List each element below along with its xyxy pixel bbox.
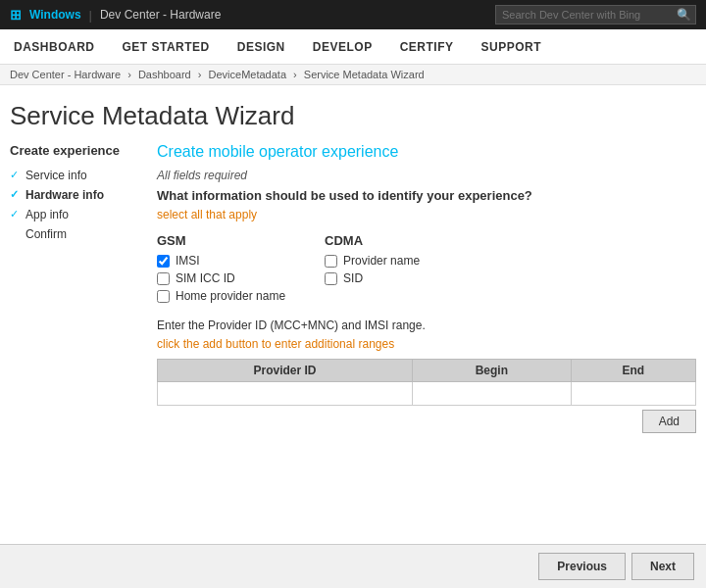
- sidebar-item-confirm[interactable]: Confirm: [10, 224, 137, 244]
- check-icon-3: ✓: [10, 208, 19, 220]
- breadcrumb-item-4: Service Metadata Wizard: [304, 69, 425, 80]
- sidebar-title: Create experience: [10, 143, 137, 158]
- imsi-checkbox[interactable]: [157, 255, 170, 268]
- col-header-end: End: [571, 360, 695, 382]
- identifiers-row: GSM IMSI SIM ICC ID Home provider name C…: [157, 233, 696, 307]
- sim-icc-id-checkbox-row[interactable]: SIM ICC ID: [157, 271, 285, 285]
- cell-begin: [413, 382, 572, 406]
- search-input[interactable]: [496, 9, 673, 21]
- imsi-label: IMSI: [176, 254, 200, 268]
- provider-desc: Enter the Provider ID (MCC+MNC) and IMSI…: [157, 318, 696, 332]
- main-content: Create experience ✓ Service info ✓ Hardw…: [0, 143, 706, 433]
- nav-bar: DASHBOARD GET STARTED DESIGN DEVELOP CER…: [0, 29, 706, 65]
- all-fields-label: All fields required: [157, 169, 696, 182]
- sidebar-item-service-info[interactable]: ✓ Service info: [10, 166, 137, 185]
- gsm-column: GSM IMSI SIM ICC ID Home provider name: [157, 233, 285, 307]
- add-ranges-link[interactable]: click the add button to enter additional…: [157, 337, 394, 351]
- sidebar-label-hardware-info: Hardware info: [25, 188, 104, 202]
- sid-checkbox[interactable]: [325, 272, 337, 285]
- table-row-empty: [158, 382, 696, 406]
- cdma-column: CDMA Provider name SID: [325, 233, 420, 307]
- section-title: Create mobile operator experience: [157, 143, 696, 161]
- cell-provider-id: [158, 382, 413, 406]
- top-bar-left: ⊞ Windows | Dev Center - Hardware: [10, 7, 221, 23]
- page-title: Service Metadata Wizard: [0, 85, 706, 143]
- sid-checkbox-row[interactable]: SID: [325, 271, 420, 285]
- cdma-header: CDMA: [325, 233, 420, 248]
- nav-get-started[interactable]: GET STARTED: [119, 32, 214, 62]
- sim-icc-id-checkbox[interactable]: [157, 272, 170, 285]
- windows-label: Windows: [29, 8, 81, 22]
- check-icon-1: ✓: [10, 169, 19, 181]
- add-button[interactable]: Add: [642, 410, 696, 433]
- sidebar: Create experience ✓ Service info ✓ Hardw…: [10, 143, 137, 433]
- nav-design[interactable]: DESIGN: [233, 32, 289, 62]
- col-header-provider-id: Provider ID: [158, 360, 413, 382]
- provider-name-label: Provider name: [343, 254, 420, 268]
- breadcrumb-sep-2: ›: [198, 69, 202, 80]
- breadcrumb-item-1[interactable]: Dev Center - Hardware: [10, 69, 121, 80]
- search-box: 🔍: [495, 5, 696, 24]
- select-all-link[interactable]: select all that apply: [157, 208, 257, 221]
- top-bar-title: Dev Center - Hardware: [100, 8, 221, 22]
- top-bar: ⊞ Windows | Dev Center - Hardware 🔍: [0, 0, 706, 29]
- breadcrumb-sep-3: ›: [293, 69, 297, 80]
- top-bar-separator: |: [89, 8, 92, 23]
- cell-end: [571, 382, 695, 406]
- sim-icc-id-label: SIM ICC ID: [176, 271, 235, 285]
- sidebar-item-app-info[interactable]: ✓ App info: [10, 205, 137, 224]
- home-provider-checkbox[interactable]: [157, 290, 170, 303]
- sidebar-item-hardware-info[interactable]: ✓ Hardware info: [10, 185, 137, 205]
- breadcrumb: Dev Center - Hardware › Dashboard › Devi…: [0, 65, 706, 85]
- breadcrumb-item-3[interactable]: DeviceMetadata: [209, 69, 287, 80]
- sidebar-label-confirm: Confirm: [25, 227, 67, 241]
- provider-table: Provider ID Begin End: [157, 359, 696, 406]
- gsm-header: GSM: [157, 233, 285, 248]
- add-row: Add: [157, 410, 696, 433]
- home-provider-label: Home provider name: [176, 289, 285, 303]
- sid-label: SID: [343, 271, 363, 285]
- check-icon-2: ✓: [10, 188, 19, 201]
- col-header-begin: Begin: [413, 360, 572, 382]
- provider-name-checkbox[interactable]: [325, 255, 337, 268]
- breadcrumb-item-2[interactable]: Dashboard: [138, 69, 191, 80]
- home-provider-checkbox-row[interactable]: Home provider name: [157, 289, 285, 303]
- search-button[interactable]: 🔍: [673, 8, 695, 22]
- nav-certify[interactable]: CERTIFY: [396, 32, 458, 62]
- windows-logo: ⊞: [10, 7, 22, 23]
- provider-name-checkbox-row[interactable]: Provider name: [325, 254, 420, 268]
- sidebar-label-app-info: App info: [25, 208, 69, 221]
- nav-dashboard[interactable]: DASHBOARD: [10, 32, 99, 62]
- question-label: What information should be used to ident…: [157, 188, 696, 203]
- breadcrumb-sep-1: ›: [127, 69, 131, 80]
- content-area: Create mobile operator experience All fi…: [157, 143, 696, 433]
- nav-support[interactable]: SUPPORT: [478, 32, 546, 62]
- nav-develop[interactable]: DEVELOP: [309, 32, 377, 62]
- imsi-checkbox-row[interactable]: IMSI: [157, 254, 285, 268]
- sidebar-label-service-info: Service info: [25, 169, 87, 182]
